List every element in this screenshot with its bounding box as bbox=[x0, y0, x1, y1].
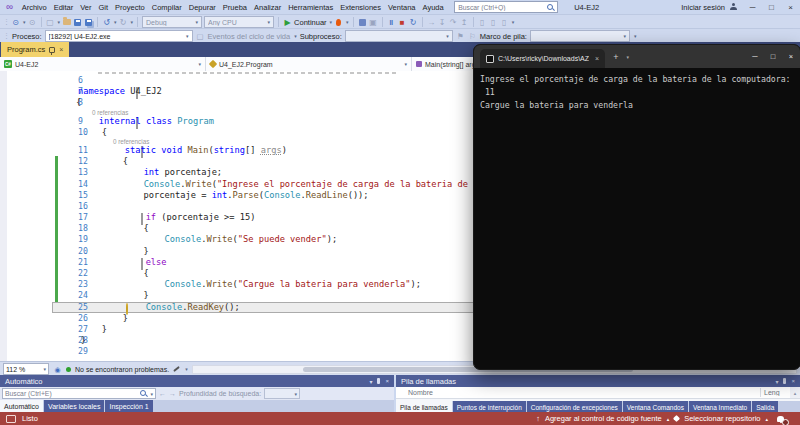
window-position-icon[interactable]: ▾ bbox=[369, 378, 372, 385]
pin-icon[interactable] bbox=[783, 378, 786, 384]
autos-tab-1[interactable]: Variables locales bbox=[44, 400, 104, 412]
close-panel-icon[interactable]: × bbox=[385, 378, 389, 384]
solution-configuration-dropdown[interactable]: Debug▾ bbox=[142, 16, 202, 28]
stack-frame-dropdown[interactable]: ▾ bbox=[530, 30, 630, 42]
show-next-statement-icon[interactable]: → bbox=[427, 17, 436, 28]
close-panel-icon[interactable]: × bbox=[791, 378, 795, 384]
autos-tab-2[interactable]: Inspección 1 bbox=[105, 400, 152, 412]
step-out-icon[interactable]: ↥ bbox=[460, 17, 469, 28]
ready-status: Listo bbox=[22, 414, 38, 423]
notifications-bell-icon[interactable] bbox=[777, 416, 784, 422]
lifecycle-events-icon[interactable]: ▢ bbox=[196, 31, 205, 42]
menu-herramientas[interactable]: Herramientas bbox=[285, 3, 337, 12]
terminal-title-bar[interactable]: C:\Users\ricky\Downloads\AZ × + ▾ ─ □ × bbox=[474, 45, 800, 68]
break-window-icon[interactable]: ▣ bbox=[369, 17, 378, 28]
toolbar-overflow-icon[interactable]: ▾ bbox=[634, 33, 637, 39]
tab-program-cs[interactable]: Program.cs × bbox=[1, 42, 69, 57]
menu-archivo[interactable]: Archivo bbox=[18, 3, 50, 12]
menu-ayuda[interactable]: Ayuda bbox=[419, 3, 447, 12]
show-flagged-only-icon[interactable]: ⚐ bbox=[468, 31, 477, 42]
terminal-minimize-button[interactable]: ─ bbox=[746, 52, 764, 61]
add-to-source-control-button[interactable]: Agregar al control de código fuente bbox=[545, 414, 662, 423]
navigate-forward-icon[interactable]: ⊙ bbox=[28, 17, 37, 28]
menu-ver[interactable]: Ver bbox=[77, 3, 95, 12]
scrollbar-up-icon[interactable]: ▴ bbox=[790, 387, 800, 398]
menu-git[interactable]: Git bbox=[95, 3, 112, 12]
callstack-tab-1[interactable]: Puntos de interrupción bbox=[453, 401, 526, 412]
menu-proyecto[interactable]: Proyecto bbox=[112, 3, 149, 12]
column-language[interactable]: Leng bbox=[761, 389, 790, 396]
problems-status[interactable]: No se encontraron problemas. bbox=[75, 366, 169, 373]
continue-debug-icon[interactable]: ▶ bbox=[283, 17, 292, 28]
search-back-icon[interactable]: ← bbox=[159, 390, 166, 397]
quick-search-box[interactable]: Buscar (Ctrl+Q) bbox=[454, 1, 558, 13]
redo-icon[interactable]: ↻ bbox=[119, 17, 128, 28]
editor-zoom-dropdown[interactable]: 112 %▾ bbox=[3, 363, 49, 375]
process-dropdown[interactable]: [18292] U4-EJ2.exe▾ bbox=[45, 30, 193, 42]
menu-ventana[interactable]: Ventana bbox=[385, 3, 420, 12]
close-terminal-tab-icon[interactable]: × bbox=[595, 55, 599, 62]
pin-tab-icon[interactable] bbox=[49, 47, 55, 53]
document-health-icon[interactable]: ◉ bbox=[53, 364, 62, 375]
account-icon[interactable] bbox=[729, 3, 737, 11]
pin-icon[interactable] bbox=[377, 378, 380, 384]
restore-button[interactable]: □ bbox=[762, 3, 781, 12]
search-depth-dropdown[interactable]: ▾ bbox=[264, 388, 300, 399]
menu-extensiones[interactable]: Extensiones bbox=[337, 3, 385, 12]
toolbar-overflow-icon[interactable]: ▾ bbox=[512, 19, 515, 25]
terminal-maximize-button[interactable]: □ bbox=[764, 52, 782, 61]
menu-depurar[interactable]: Depurar bbox=[185, 3, 219, 12]
undo-icon[interactable]: ↺ bbox=[102, 17, 111, 28]
save-all-icon[interactable] bbox=[84, 17, 93, 28]
next-bookmark-icon[interactable]: ▯ bbox=[500, 17, 509, 28]
menu-prueba[interactable]: Prueba bbox=[219, 3, 250, 12]
callstack-tab-5[interactable]: Salida bbox=[752, 401, 778, 412]
column-name[interactable]: Nombre bbox=[396, 389, 760, 396]
menu-compilar[interactable]: Compilar bbox=[148, 3, 185, 12]
code-cleanup-icon[interactable] bbox=[173, 366, 180, 372]
apply-code-changes-icon[interactable] bbox=[358, 17, 367, 28]
callstack-tab-4[interactable]: Ventana Inmediato bbox=[689, 401, 751, 412]
hot-reload-icon[interactable] bbox=[334, 17, 343, 28]
flag-thread-icon[interactable]: ⚑ bbox=[456, 31, 465, 42]
callstack-title-bar[interactable]: Pila de llamadas ▾ × bbox=[396, 375, 800, 387]
breadcrumb-type-dropdown[interactable]: U4_EJ2.Program▾ bbox=[206, 57, 412, 71]
stop-debugging-icon[interactable]: ■ bbox=[398, 17, 407, 28]
new-project-icon[interactable]: ▢ bbox=[46, 17, 55, 28]
callstack-tab-3[interactable]: Ventana Comandos bbox=[623, 401, 688, 412]
autos-search-box[interactable]: Buscar (Ctrl+E) ▾ bbox=[2, 388, 156, 399]
terminal-body[interactable]: Ingrese el porcentaje de carga de la bat… bbox=[474, 68, 800, 117]
sign-in-link[interactable]: Iniciar sesión bbox=[681, 3, 725, 12]
search-forward-icon[interactable]: → bbox=[169, 390, 176, 397]
feedback-icon[interactable] bbox=[6, 415, 16, 423]
callstack-tab-0[interactable]: Pila de llamadas bbox=[396, 401, 452, 412]
step-into-icon[interactable]: ↧ bbox=[438, 17, 447, 28]
menu-analizar[interactable]: Analizar bbox=[251, 3, 285, 12]
continue-button[interactable]: Continuar bbox=[294, 18, 327, 27]
navigate-back-icon[interactable]: ⊙ bbox=[11, 17, 20, 28]
save-icon[interactable] bbox=[73, 17, 82, 28]
close-button[interactable]: × bbox=[781, 3, 800, 12]
step-over-icon[interactable]: ↷ bbox=[449, 17, 458, 28]
bookmark-icon[interactable]: ▯ bbox=[478, 17, 487, 28]
new-tab-icon[interactable]: + bbox=[613, 52, 618, 62]
window-position-icon[interactable]: ▾ bbox=[775, 378, 778, 385]
callstack-tab-2[interactable]: Configuración de excepciones bbox=[527, 401, 622, 412]
lifecycle-events-button[interactable]: Eventos del ciclo de vida bbox=[208, 32, 291, 41]
restart-icon[interactable]: ↻ bbox=[409, 17, 418, 28]
autos-tab-0[interactable]: Automático bbox=[0, 400, 43, 412]
thread-dropdown[interactable]: ▾ bbox=[345, 30, 453, 42]
menu-editar[interactable]: Editar bbox=[50, 3, 77, 12]
solution-platform-dropdown[interactable]: Any CPU▾ bbox=[204, 16, 274, 28]
select-repository-button[interactable]: Seleccionar repositorio bbox=[684, 414, 760, 423]
previous-bookmark-icon[interactable]: ▯ bbox=[489, 17, 498, 28]
breadcrumb-project-dropdown[interactable]: C# U4-EJ2▾ bbox=[0, 57, 206, 71]
autos-title-bar[interactable]: Automático ▾ × bbox=[0, 375, 394, 387]
close-tab-icon[interactable]: × bbox=[59, 46, 63, 53]
open-folder-icon[interactable] bbox=[62, 17, 71, 28]
terminal-close-button[interactable]: × bbox=[782, 52, 800, 61]
terminal-tab[interactable]: C:\Users\ricky\Downloads\AZ × bbox=[480, 49, 605, 68]
tab-dropdown-icon[interactable]: ▾ bbox=[626, 54, 629, 60]
break-all-icon[interactable]: ‖ bbox=[387, 17, 396, 28]
minimize-button[interactable]: ─ bbox=[743, 3, 762, 12]
